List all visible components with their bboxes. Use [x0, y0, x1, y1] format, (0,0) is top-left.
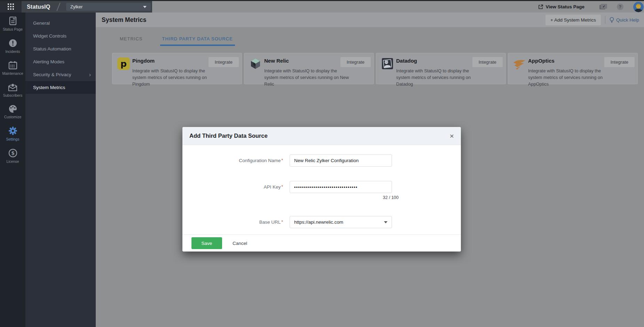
required-marker: *: [281, 184, 283, 189]
sidebar-item-status-automation[interactable]: Status Automation: [25, 42, 96, 55]
configuration-name-input[interactable]: [290, 154, 392, 167]
api-key-input[interactable]: [290, 181, 392, 193]
topbar-right: View Status Page ✓ ?: [538, 1, 644, 13]
status-page-icon: [9, 16, 17, 25]
rail-item-label: Status Page: [3, 27, 23, 31]
tab-third-party-data-source[interactable]: THIRD PARTY DATA SOURCE: [160, 33, 235, 46]
pingdom-logo-icon: p: [117, 57, 130, 70]
modal-footer: Save Cancel: [182, 234, 461, 252]
sidebar-item-label: Widget Controls: [33, 33, 66, 39]
card-description: Integrate with StatusIQ to display the s…: [264, 67, 351, 87]
avatar-image: [633, 2, 644, 12]
sidebar-item-alerting-modes[interactable]: Alerting Modes: [25, 55, 96, 68]
rail-item-label: Maintenance: [2, 72, 23, 75]
card-title: New Relic: [264, 58, 289, 64]
app-launcher-button[interactable]: [0, 1, 22, 13]
sidebar-item-label: Status Automation: [33, 46, 71, 51]
rail-item-label: Customize: [4, 115, 22, 119]
integrate-pingdom-button[interactable]: Integrate: [209, 57, 239, 67]
chevron-down-icon: [143, 6, 147, 8]
header-actions: + Add System Metrics Quick Help: [545, 15, 639, 25]
subscribers-icon: [8, 83, 17, 91]
integrate-datadog-button[interactable]: Integrate: [472, 57, 503, 67]
icon-rail: Status Page Incidents Maintenance: [0, 13, 25, 327]
card-description: Integrate with StatusIQ to display the s…: [396, 67, 483, 87]
card-new-relic: New Relic Integrate Integrate with Statu…: [244, 53, 374, 84]
rail-item-subscribers[interactable]: Subscribers: [0, 79, 25, 101]
required-marker: *: [281, 220, 283, 224]
sidebar-item-security-privacy[interactable]: Security & Privacy ›: [25, 68, 96, 81]
rail-item-customize[interactable]: Customize: [0, 101, 25, 122]
close-icon[interactable]: ×: [450, 133, 454, 139]
new-relic-logo-icon: [249, 57, 262, 70]
quick-help-label: Quick Help: [616, 17, 639, 23]
card-title: Datadog: [396, 58, 417, 64]
org-selector[interactable]: Zylker: [66, 3, 151, 11]
base-url-select[interactable]: [290, 216, 392, 228]
page-title: System Metrics: [102, 16, 146, 24]
sidebar-item-system-metrics[interactable]: System Metrics: [25, 81, 96, 94]
save-button[interactable]: Save: [191, 237, 222, 249]
help-button[interactable]: ?: [617, 3, 623, 10]
settings-gear-icon: [8, 126, 17, 135]
rail-item-label: License: [6, 160, 19, 164]
integrate-new-relic-button[interactable]: Integrate: [340, 57, 371, 67]
cancel-button[interactable]: Cancel: [233, 241, 247, 246]
configuration-name-row: Configuration Name*: [182, 154, 461, 167]
settings-sidebar: General Widget Controls Status Automatio…: [25, 13, 96, 327]
user-avatar[interactable]: [633, 2, 644, 12]
customize-icon: [8, 105, 17, 113]
integrate-appoptics-button[interactable]: Integrate: [604, 57, 635, 67]
api-key-label: API Key*: [182, 184, 290, 190]
add-system-metrics-button[interactable]: + Add System Metrics: [545, 15, 601, 25]
rail-item-label: Settings: [6, 137, 19, 141]
configuration-name-label: Configuration Name*: [182, 158, 290, 163]
sidebar-item-label: Alerting Modes: [33, 59, 64, 64]
external-link-icon: [538, 5, 543, 9]
quick-help-button[interactable]: Quick Help: [610, 17, 639, 23]
rail-item-maintenance[interactable]: Maintenance: [0, 57, 25, 79]
rail-item-label: Incidents: [5, 50, 20, 54]
svg-text:$: $: [11, 150, 15, 156]
rail-item-license[interactable]: $ License: [0, 145, 25, 167]
lightbulb-icon: [610, 17, 614, 23]
app-root: StatusIQ Zylker View Status Page: [0, 0, 644, 327]
tab-bar: METRICS THIRD PARTY DATA SOURCE: [118, 33, 235, 46]
help-icon: ?: [617, 3, 623, 10]
feedback-button[interactable]: ✓: [599, 3, 607, 10]
sidebar-item-label: System Metrics: [33, 85, 65, 90]
license-icon: $: [8, 149, 17, 158]
sidebar-item-widget-controls[interactable]: Widget Controls: [25, 30, 96, 42]
tab-metrics[interactable]: METRICS: [118, 33, 145, 46]
card-pingdom: p Pingdom Integrate Integrate with Statu…: [112, 53, 242, 84]
incidents-icon: [8, 39, 17, 48]
rail-item-label: Subscribers: [3, 94, 22, 97]
app-name: StatusIQ: [27, 1, 50, 13]
card-datadog: Datadog Integrate Integrate with StatusI…: [376, 53, 506, 84]
sidebar-item-label: Security & Privacy: [33, 72, 71, 77]
rail-item-settings[interactable]: Settings: [0, 122, 25, 145]
sidebar-item-label: General: [33, 21, 50, 26]
card-description: Integrate with StatusIQ to display the s…: [132, 67, 219, 87]
rail-item-incidents[interactable]: Incidents: [0, 35, 25, 57]
content-header: System Metrics + Add System Metrics Quic…: [96, 13, 644, 27]
api-key-row: API Key*: [182, 181, 461, 193]
add-third-party-data-source-modal: Add Third Party Data Source × Configurat…: [182, 127, 461, 252]
chevron-right-icon: ›: [89, 72, 91, 78]
api-key-char-counter: 32 / 100: [296, 195, 399, 200]
card-title: Pingdom: [132, 58, 155, 64]
rail-item-status-page[interactable]: Status Page: [0, 13, 25, 35]
card-description: Integrate with StatusIQ to display the s…: [528, 67, 615, 87]
maintenance-icon: [8, 61, 17, 70]
topbar: StatusIQ Zylker View Status Page: [0, 1, 644, 13]
card-appoptics: AppOptics Integrate Integrate with Statu…: [508, 53, 638, 84]
header-divider: [605, 16, 605, 24]
feedback-icon: ✓: [599, 3, 607, 10]
modal-header: Add Third Party Data Source ×: [182, 127, 461, 145]
view-status-page-link[interactable]: View Status Page: [538, 4, 584, 9]
base-url-label: Base URL*: [182, 220, 290, 225]
svg-text:✓: ✓: [603, 5, 605, 8]
card-title: AppOptics: [528, 58, 555, 64]
sidebar-item-general[interactable]: General: [25, 17, 96, 30]
base-url-row: Base URL*: [182, 216, 461, 228]
